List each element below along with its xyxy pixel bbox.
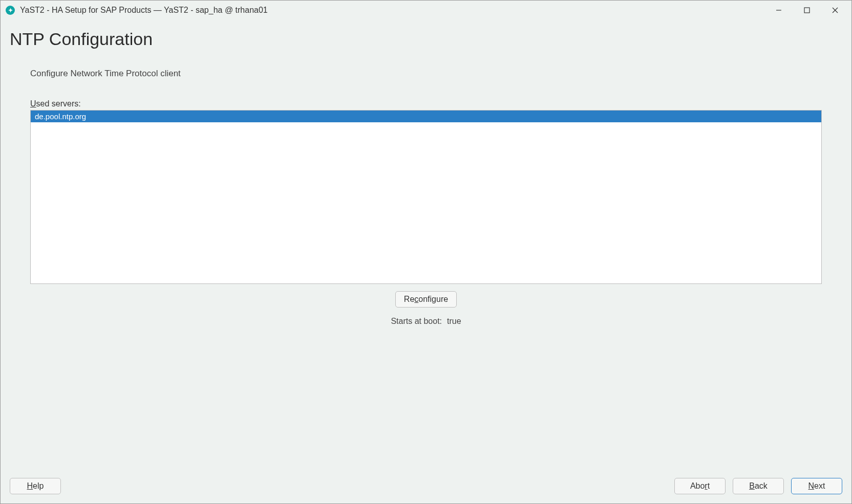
back-button[interactable]: Back: [733, 478, 784, 494]
svg-rect-1: [804, 8, 810, 13]
servers-listbox[interactable]: de.pool.ntp.org: [30, 110, 822, 284]
starts-at-boot-value: true: [447, 317, 461, 326]
starts-at-boot-label: Starts at boot:: [391, 317, 442, 326]
abort-button[interactable]: Abort: [674, 478, 726, 494]
window-title: YaST2 - HA Setup for SAP Products — YaST…: [20, 6, 268, 15]
servers-label: Used servers:: [30, 99, 81, 108]
content-area: NTP Configuration Configure Network Time…: [1, 20, 851, 473]
starts-at-boot-row: Starts at boot: true: [10, 317, 842, 326]
page-subtitle: Configure Network Time Protocol client: [30, 69, 842, 79]
footer: Help Abort Back Next: [1, 473, 851, 503]
minimize-button[interactable]: [764, 1, 793, 19]
close-button[interactable]: [821, 1, 849, 19]
help-button[interactable]: Help: [10, 478, 61, 494]
app-icon: ✦: [6, 6, 15, 15]
next-button[interactable]: Next: [791, 478, 842, 494]
maximize-button[interactable]: [793, 1, 821, 19]
reconfigure-button[interactable]: Reconfigure: [395, 291, 457, 308]
server-row[interactable]: de.pool.ntp.org: [31, 111, 821, 122]
titlebar: ✦ YaST2 - HA Setup for SAP Products — Ya…: [1, 1, 851, 20]
page-title: NTP Configuration: [10, 29, 842, 49]
